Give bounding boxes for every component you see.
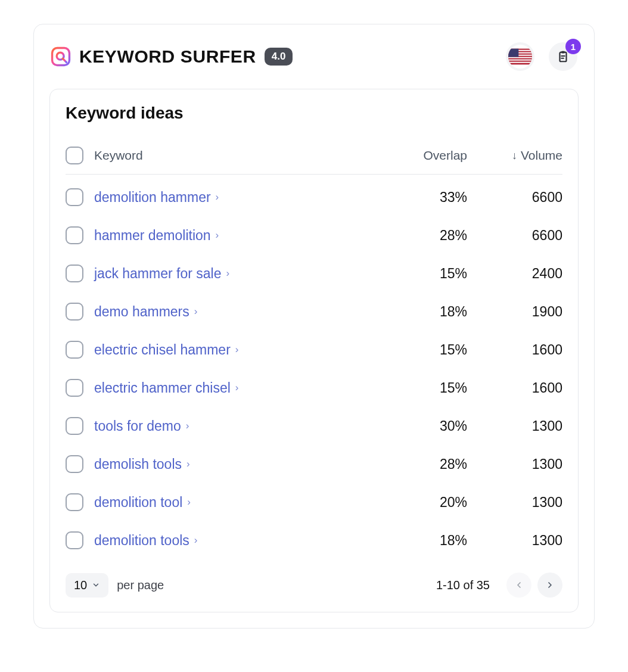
next-page-button[interactable] bbox=[537, 573, 562, 598]
volume-value: 2400 bbox=[467, 266, 562, 282]
keyword-text: demo hammers bbox=[94, 304, 189, 320]
overlap-value: 33% bbox=[384, 189, 467, 206]
app-title: KEYWORD SURFER bbox=[79, 46, 256, 67]
chevron-right-icon: › bbox=[194, 306, 198, 318]
table-row: demolition tools›18%1300 bbox=[66, 521, 562, 559]
column-header-volume-label: Volume bbox=[521, 148, 562, 163]
keyword-ideas-panel: Keyword ideas Keyword Overlap ↓ Volume d… bbox=[49, 89, 579, 612]
table-header-row: Keyword Overlap ↓ Volume bbox=[66, 138, 562, 175]
chevron-right-icon: › bbox=[235, 344, 239, 356]
page-size-dropdown[interactable]: 10 bbox=[66, 573, 108, 598]
keyword-link[interactable]: demolition tool› bbox=[94, 494, 191, 511]
table-row: tools for demo›30%1300 bbox=[66, 407, 562, 445]
chevron-right-icon: › bbox=[226, 267, 229, 279]
table-row: electric chisel hammer›15%1600 bbox=[66, 331, 562, 369]
keyword-text: tools for demo bbox=[94, 418, 181, 434]
chevron-left-icon bbox=[514, 580, 524, 590]
overlap-value: 18% bbox=[384, 304, 467, 320]
svg-rect-10 bbox=[508, 49, 518, 57]
volume-value: 1600 bbox=[467, 342, 562, 358]
svg-rect-12 bbox=[561, 51, 565, 54]
row-checkbox[interactable] bbox=[66, 417, 83, 435]
widget-header: KEYWORD SURFER 4.0 bbox=[34, 24, 594, 89]
keyword-link[interactable]: electric chisel hammer› bbox=[94, 342, 238, 358]
table-row: demolition hammer›33%6600 bbox=[66, 178, 562, 216]
keyword-surfer-widget: KEYWORD SURFER 4.0 bbox=[33, 24, 595, 629]
row-checkbox[interactable] bbox=[66, 341, 83, 359]
overlap-value: 30% bbox=[384, 418, 467, 434]
app-logo-icon bbox=[51, 46, 71, 67]
table-row: hammer demolition›28%6600 bbox=[66, 216, 562, 254]
overlap-value: 18% bbox=[384, 533, 467, 549]
overlap-value: 15% bbox=[384, 342, 467, 358]
chevron-right-icon: › bbox=[235, 382, 239, 394]
row-checkbox[interactable] bbox=[66, 379, 83, 397]
volume-value: 6600 bbox=[467, 189, 562, 206]
overlap-value: 15% bbox=[384, 380, 467, 396]
keyword-link[interactable]: electric hammer chisel› bbox=[94, 380, 238, 396]
prev-page-button[interactable] bbox=[506, 573, 531, 598]
keyword-link[interactable]: demolition hammer› bbox=[94, 189, 219, 206]
keyword-link[interactable]: demolition tools› bbox=[94, 533, 197, 549]
keyword-link[interactable]: hammer demolition› bbox=[94, 228, 219, 244]
select-all-checkbox[interactable] bbox=[66, 147, 83, 164]
row-checkbox[interactable] bbox=[66, 531, 83, 549]
volume-value: 1300 bbox=[467, 533, 562, 549]
page-size-value: 10 bbox=[74, 578, 87, 592]
per-page-label: per page bbox=[117, 578, 164, 592]
row-checkbox[interactable] bbox=[66, 265, 83, 282]
column-header-keyword[interactable]: Keyword bbox=[94, 148, 384, 163]
version-badge: 4.0 bbox=[265, 48, 293, 66]
keyword-text: jack hammer for sale bbox=[94, 266, 221, 282]
panel-title: Keyword ideas bbox=[66, 104, 562, 123]
row-checkbox[interactable] bbox=[66, 188, 83, 206]
chevron-right-icon: › bbox=[216, 229, 219, 241]
overlap-value: 15% bbox=[384, 266, 467, 282]
keyword-link[interactable]: demolish tools› bbox=[94, 456, 190, 472]
column-header-volume[interactable]: ↓ Volume bbox=[467, 148, 562, 163]
chevron-right-icon bbox=[545, 580, 555, 590]
row-checkbox[interactable] bbox=[66, 303, 83, 321]
table-row: demolish tools›28%1300 bbox=[66, 445, 562, 483]
row-checkbox[interactable] bbox=[66, 493, 83, 511]
keyword-link[interactable]: jack hammer for sale› bbox=[94, 266, 229, 282]
row-checkbox[interactable] bbox=[66, 455, 83, 473]
clipboard-count-badge: 1 bbox=[565, 39, 581, 54]
chevron-right-icon: › bbox=[186, 458, 190, 470]
table-row: jack hammer for sale›15%2400 bbox=[66, 254, 562, 293]
svg-rect-11 bbox=[560, 52, 567, 62]
overlap-value: 28% bbox=[384, 228, 467, 244]
column-header-overlap[interactable]: Overlap bbox=[384, 148, 467, 163]
svg-rect-7 bbox=[508, 57, 532, 58]
us-flag-icon bbox=[508, 45, 532, 69]
keyword-link[interactable]: demo hammers› bbox=[94, 304, 197, 320]
svg-rect-8 bbox=[508, 60, 532, 61]
chevron-right-icon: › bbox=[187, 496, 191, 508]
keyword-list: demolition hammer›33%6600hammer demoliti… bbox=[66, 175, 562, 559]
volume-value: 1300 bbox=[467, 494, 562, 511]
row-checkbox[interactable] bbox=[66, 226, 83, 244]
volume-value: 1600 bbox=[467, 380, 562, 396]
svg-rect-9 bbox=[508, 62, 532, 63]
clipboard-button[interactable]: 1 bbox=[549, 42, 577, 71]
pagination-range: 1-10 of 35 bbox=[436, 578, 490, 592]
table-row: electric hammer chisel›15%1600 bbox=[66, 369, 562, 407]
chevron-down-icon bbox=[92, 581, 100, 589]
volume-value: 1300 bbox=[467, 418, 562, 434]
country-selector[interactable] bbox=[506, 42, 534, 71]
overlap-value: 28% bbox=[384, 456, 467, 472]
keyword-text: demolition hammer bbox=[94, 189, 211, 206]
table-row: demolition tool›20%1300 bbox=[66, 483, 562, 521]
keyword-text: demolition tools bbox=[94, 533, 189, 549]
volume-value: 1300 bbox=[467, 456, 562, 472]
keyword-link[interactable]: tools for demo› bbox=[94, 418, 189, 434]
volume-value: 6600 bbox=[467, 228, 562, 244]
keyword-text: electric hammer chisel bbox=[94, 380, 231, 396]
keyword-text: demolish tools bbox=[94, 456, 182, 472]
keyword-text: hammer demolition bbox=[94, 228, 211, 244]
keyword-text: electric chisel hammer bbox=[94, 342, 231, 358]
chevron-right-icon: › bbox=[186, 420, 189, 432]
keyword-text: demolition tool bbox=[94, 494, 182, 511]
pagination-footer: 10 per page 1-10 of 35 bbox=[66, 559, 562, 601]
overlap-value: 20% bbox=[384, 494, 467, 511]
